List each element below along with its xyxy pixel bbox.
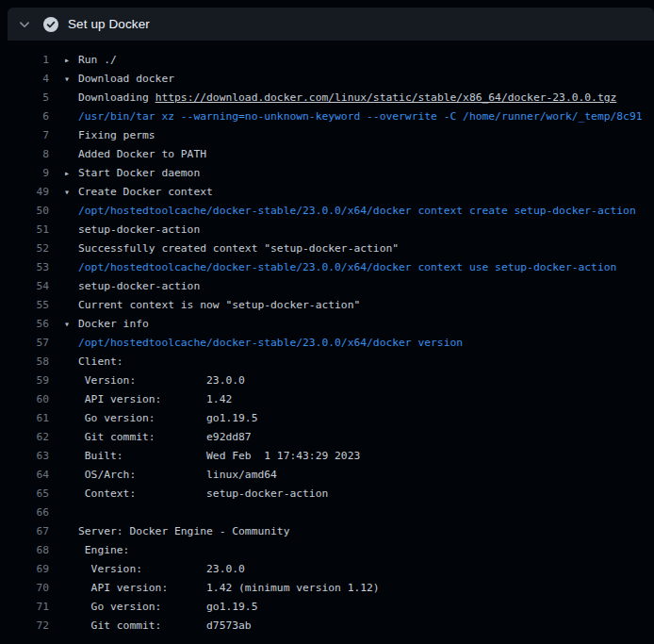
log-line: 7Fixing perms: [0, 126, 654, 145]
plain-text: setup-docker-action: [78, 223, 200, 236]
line-number[interactable]: 72: [0, 617, 49, 636]
arrow-spacer: [49, 239, 78, 258]
group-title[interactable]: Run ./: [78, 51, 654, 70]
line-number[interactable]: 52: [0, 239, 49, 258]
log-line: 66: [0, 504, 654, 522]
arrow-spacer: [49, 541, 78, 560]
log-line: 4▾Download docker: [0, 70, 654, 89]
line-number[interactable]: 64: [0, 466, 49, 485]
log-line: 59 Version: 23.0.0: [0, 372, 654, 390]
plain-text: Built: Wed Feb 1 17:43:29 2023: [78, 450, 360, 462]
arrow-spacer: [49, 258, 78, 277]
line-number[interactable]: 62: [0, 428, 49, 447]
group-chevron-down-icon[interactable]: ▾: [49, 315, 78, 334]
plain-text: Git commit: d7573ab: [78, 619, 252, 632]
log-text: Go version: go1.19.5: [78, 409, 654, 428]
line-number[interactable]: 4: [0, 70, 49, 89]
arrow-spacer: [49, 334, 78, 353]
line-number[interactable]: 60: [0, 390, 49, 409]
plain-text: Git commit: e92dd87: [78, 431, 252, 443]
plain-text: Download docker: [78, 73, 174, 85]
group-title[interactable]: Download docker: [78, 70, 654, 89]
log-text: OS/Arch: linux/amd64: [78, 466, 654, 485]
line-number[interactable]: 53: [0, 258, 49, 277]
log-line: 8Added Docker to PATH: [0, 145, 654, 164]
arrow-spacer: [49, 598, 78, 617]
group-title[interactable]: Create Docker context: [78, 183, 654, 202]
log-link[interactable]: https://download.docker.com/linux/static…: [155, 91, 617, 104]
plain-text: Server: Docker Engine - Community: [78, 525, 289, 537]
log-text: Built: Wed Feb 1 17:43:29 2023: [78, 447, 654, 466]
log-line: 56▾Docker info: [0, 315, 654, 334]
line-number[interactable]: 63: [0, 447, 49, 466]
group-title[interactable]: Docker info: [78, 315, 654, 334]
plain-text: API version: 1.42 (minimum version 1.12): [78, 582, 380, 594]
log-text: Added Docker to PATH: [78, 145, 654, 164]
arrow-spacer: [49, 522, 78, 541]
line-number[interactable]: 70: [0, 579, 49, 598]
plain-text: Go version: go1.19.5: [78, 412, 257, 424]
group-chevron-down-icon[interactable]: ▾: [49, 183, 78, 202]
log-lines: 1▸Run ./4▾Download docker5Downloading ht…: [0, 41, 654, 636]
plain-text: Version: 23.0.0: [78, 563, 245, 575]
plain-text: Go version: go1.19.5: [78, 601, 257, 613]
line-number[interactable]: 6: [0, 107, 49, 126]
plain-text: Docker info: [78, 318, 149, 330]
log-text: Engine:: [78, 541, 654, 560]
check-circle-icon: [43, 17, 58, 32]
group-chevron-right-icon[interactable]: ▸: [49, 51, 78, 70]
log-text: Successfully created context "setup-dock…: [78, 239, 654, 258]
log-line: 70 API version: 1.42 (minimum version 1.…: [0, 579, 654, 598]
step-title: Set up Docker: [68, 17, 150, 31]
arrow-spacer: [49, 202, 78, 221]
line-number[interactable]: 1: [0, 51, 49, 70]
log-text: Version: 23.0.0: [78, 372, 654, 390]
line-number[interactable]: 68: [0, 541, 49, 560]
log-line: 52Successfully created context "setup-do…: [0, 239, 654, 258]
group-chevron-down-icon[interactable]: ▾: [49, 70, 78, 89]
line-number[interactable]: 58: [0, 353, 49, 372]
log-text: Fixing perms: [78, 126, 654, 145]
plain-text: Engine:: [78, 544, 129, 556]
line-number[interactable]: 71: [0, 598, 49, 617]
plain-text: Start Docker daemon: [78, 167, 200, 179]
plain-text: Downloading: [78, 91, 155, 104]
plain-text: Fixing perms: [78, 129, 155, 141]
chevron-down-icon[interactable]: [18, 18, 31, 31]
step-header[interactable]: Set up Docker: [8, 8, 654, 41]
line-number[interactable]: 61: [0, 409, 49, 428]
line-number[interactable]: 49: [0, 183, 49, 202]
line-number[interactable]: 55: [0, 296, 49, 315]
line-number[interactable]: 5: [0, 89, 49, 107]
line-number[interactable]: 9: [0, 164, 49, 183]
log-line: 61 Go version: go1.19.5: [0, 409, 654, 428]
log-text: Current context is now "setup-docker-act…: [78, 296, 654, 315]
line-number[interactable]: 8: [0, 145, 49, 164]
line-number[interactable]: 59: [0, 372, 49, 390]
group-title[interactable]: Start Docker daemon: [78, 164, 654, 183]
log-line: 1▸Run ./: [0, 51, 654, 70]
arrow-spacer: [49, 221, 78, 239]
line-number[interactable]: 66: [0, 504, 49, 522]
arrow-spacer: [49, 485, 78, 504]
line-number[interactable]: 56: [0, 315, 49, 334]
arrow-spacer: [49, 560, 78, 579]
line-number[interactable]: 7: [0, 126, 49, 145]
line-number[interactable]: 54: [0, 277, 49, 296]
line-number[interactable]: 69: [0, 560, 49, 579]
line-number[interactable]: 57: [0, 334, 49, 353]
log-line: 67Server: Docker Engine - Community: [0, 522, 654, 541]
line-number[interactable]: 50: [0, 202, 49, 221]
arrow-spacer: [49, 126, 78, 145]
log-text: /opt/hostedtoolcache/docker-stable/23.0.…: [78, 258, 654, 277]
log-text: Client:: [78, 353, 654, 372]
log-text: Version: 23.0.0: [78, 560, 654, 579]
plain-text: Version: 23.0.0: [78, 374, 245, 387]
line-number[interactable]: 51: [0, 221, 49, 239]
log-text: Git commit: d7573ab: [78, 617, 654, 636]
command-text: /opt/hostedtoolcache/docker-stable/23.0.…: [78, 261, 616, 273]
line-number[interactable]: 67: [0, 522, 49, 541]
plain-text: Added Docker to PATH: [78, 148, 206, 160]
group-chevron-right-icon[interactable]: ▸: [49, 164, 78, 183]
line-number[interactable]: 65: [0, 485, 49, 504]
